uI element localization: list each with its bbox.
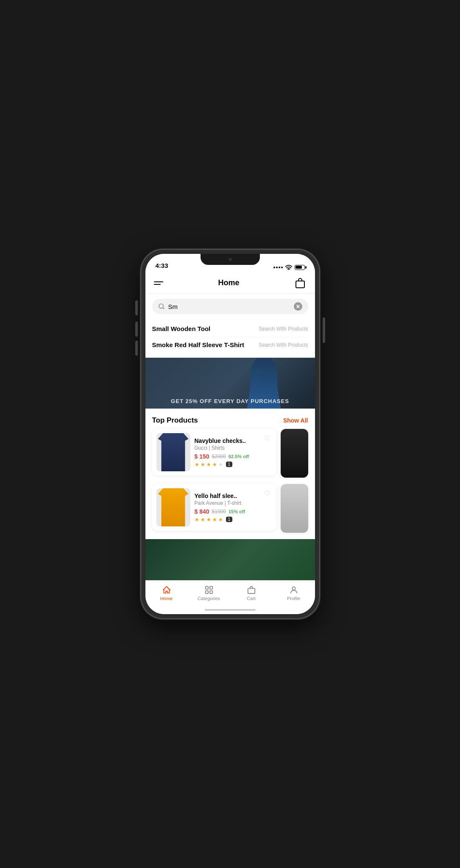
nav-label-categories: Categories: [198, 596, 220, 601]
product-brand-2: Park Avenue | T-shirt: [195, 500, 272, 506]
banner-overlay: GET 25% OFF EVERY DAY PURCHASES: [145, 398, 315, 404]
product-card-partial[interactable]: [281, 429, 308, 478]
svg-rect-4: [209, 587, 212, 589]
star-2: ★: [201, 517, 205, 523]
menu-icon[interactable]: [154, 281, 163, 285]
nav-label-profile: Profile: [287, 596, 300, 601]
status-time: 4:33: [156, 262, 168, 270]
suggestion-item[interactable]: Smoke Red Half Sleeve T-Shirt Search Wit…: [152, 337, 308, 353]
phone-screen: 4:33: [145, 254, 315, 614]
price-current-2: $ 840: [195, 508, 209, 515]
search-container: [145, 294, 315, 319]
product-image: [156, 433, 190, 471]
svg-point-8: [292, 587, 295, 590]
stars-row: ★ ★ ★ ★ ★ 1: [195, 462, 272, 467]
product-row-2: Yello half slee.. Park Avenue | T-shirt …: [152, 484, 308, 535]
nav-item-cart[interactable]: Cart: [230, 585, 273, 601]
star-4: ★: [212, 462, 217, 467]
wifi-icon: [285, 264, 293, 270]
status-icons: [273, 264, 305, 270]
search-clear-button[interactable]: [294, 302, 302, 311]
bottom-nav: Home Categories Cart: [145, 580, 315, 606]
home-icon: [162, 585, 171, 595]
star-3: ★: [206, 517, 211, 523]
svg-point-0: [288, 269, 289, 270]
grid-icon: [204, 585, 214, 595]
stars-row-2: ★ ★ ★ ★ ★ 1: [195, 517, 272, 523]
show-all-button[interactable]: Show All: [283, 417, 308, 424]
suggestion-action-2: Search With Products: [259, 342, 308, 348]
product-image-2: [156, 488, 190, 526]
star-5: ★: [218, 462, 223, 467]
star-4: ★: [212, 517, 217, 523]
cart-bag-icon[interactable]: [294, 277, 306, 289]
nav-item-categories[interactable]: Categories: [188, 585, 230, 601]
star-3: ★: [206, 462, 211, 467]
reviews-badge: 1: [226, 462, 233, 467]
yellow-shirt-image: [156, 488, 190, 526]
wishlist-button[interactable]: ♡: [262, 433, 272, 443]
banner-text: GET 25% OFF EVERY DAY PURCHASES: [145, 398, 315, 404]
products-list: Navyblue checks.. Gucci | Shirts $ 150 $…: [145, 429, 315, 535]
profile-icon: [289, 585, 298, 595]
navy-shirt-image: [156, 433, 190, 471]
star-1: ★: [195, 517, 199, 523]
star-5: ★: [218, 517, 223, 523]
search-input[interactable]: [168, 303, 290, 310]
search-icon: [158, 303, 165, 310]
phone-frame: 4:33: [141, 250, 319, 618]
heart-icon-2: ♡: [264, 490, 270, 498]
price-discount: 62.5% off: [229, 454, 249, 459]
product-card[interactable]: Navyblue checks.. Gucci | Shirts $ 150 $…: [152, 429, 276, 476]
product-card-partial-2[interactable]: [281, 484, 308, 533]
star-2: ★: [201, 462, 205, 467]
product-row-1: Navyblue checks.. Gucci | Shirts $ 150 $…: [152, 429, 308, 480]
price-row: $ 150 $2000 62.5% off: [195, 453, 272, 460]
product-card-2[interactable]: Yello half slee.. Park Avenue | T-shirt …: [152, 484, 276, 531]
cart-icon: [247, 585, 256, 595]
notch-camera: [228, 257, 232, 262]
suggestion-action-1: Search With Products: [259, 326, 308, 332]
wishlist-button-2[interactable]: ♡: [262, 488, 272, 498]
reviews-badge-2: 1: [226, 517, 233, 522]
phone-notch: [201, 254, 260, 265]
search-bar: [152, 299, 308, 314]
star-1: ★: [195, 462, 199, 467]
search-suggestions: Small Wooden Tool Search With Products S…: [145, 319, 315, 358]
price-original: $2000: [212, 453, 226, 459]
svg-rect-7: [248, 588, 255, 593]
page-title: Home: [218, 278, 239, 287]
promo-banner-1: GET 25% OFF EVERY DAY PURCHASES: [145, 358, 315, 409]
signal-icon: [273, 267, 283, 268]
product-brand: Gucci | Shirts: [195, 445, 272, 451]
price-row-2: $ 840 $1000 15% off: [195, 508, 272, 515]
suggestion-item[interactable]: Small Wooden Tool Search With Products: [152, 321, 308, 337]
promo-banner-2: LIMITED OFFERS ON PRODUCTS: [145, 539, 315, 580]
home-indicator-bar: [205, 609, 256, 611]
hoodie-image: [281, 429, 308, 478]
nav-label-home: Home: [160, 596, 173, 601]
section-title: Top Products: [152, 416, 198, 425]
product-info: Navyblue checks.. Gucci | Shirts $ 150 $…: [195, 437, 272, 467]
price-current: $ 150: [195, 453, 209, 460]
partial-shirt-image: [281, 484, 308, 533]
price-original-2: $1000: [212, 509, 226, 515]
content-area[interactable]: Small Wooden Tool Search With Products S…: [145, 294, 315, 580]
product-name-2: Yello half slee..: [195, 492, 272, 499]
battery-icon: [295, 265, 305, 270]
heart-icon: ♡: [264, 434, 270, 442]
price-discount-2: 15% off: [229, 509, 245, 514]
svg-rect-1: [296, 281, 304, 288]
suggestion-text-1: Small Wooden Tool: [152, 325, 211, 332]
nav-item-home[interactable]: Home: [145, 585, 188, 601]
home-indicator: [145, 606, 315, 614]
product-name: Navyblue checks..: [195, 437, 272, 444]
product-info-2: Yello half slee.. Park Avenue | T-shirt …: [195, 492, 272, 523]
svg-rect-6: [209, 591, 212, 593]
suggestion-text-2: Smoke Red Half Sleeve T-Shirt: [152, 341, 245, 348]
app-header: Home: [145, 273, 315, 294]
svg-rect-5: [205, 591, 208, 593]
nav-item-profile[interactable]: Profile: [273, 585, 315, 601]
products-section: Top Products Show All Navyblue checks.. …: [145, 409, 315, 535]
nav-label-cart: Cart: [247, 596, 256, 601]
